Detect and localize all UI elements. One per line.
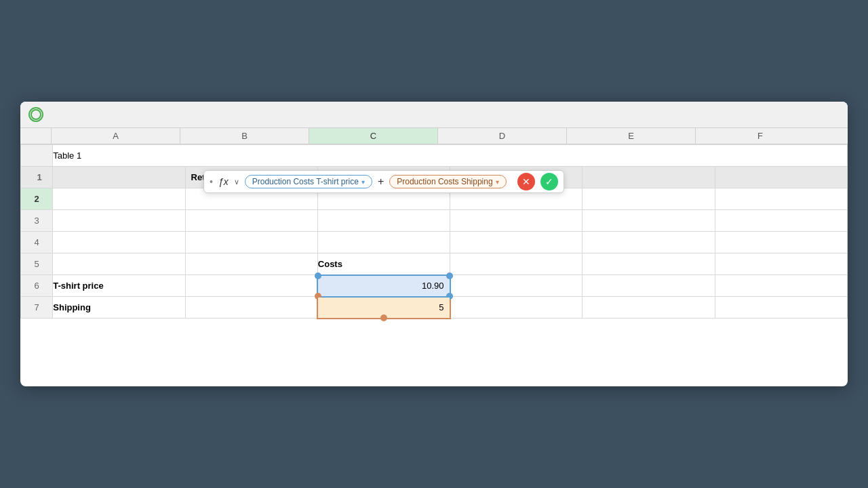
tag2-label: Production Costs Shipping xyxy=(397,177,492,186)
fx-chevron: ∨ xyxy=(234,178,239,186)
fx-symbol: ƒx xyxy=(218,176,229,187)
formula-tag-tshirt[interactable]: Production Costs T-shirt price ▾ xyxy=(245,175,372,188)
range-dot-tr[interactable] xyxy=(446,272,453,279)
cell-1e[interactable] xyxy=(583,167,715,188)
row-num-title xyxy=(21,145,53,167)
row-num-2: 2 xyxy=(21,188,53,210)
row-num-4: 4 xyxy=(21,232,53,253)
table-row-4: 4 xyxy=(21,232,848,253)
cell-6d[interactable] xyxy=(450,275,583,297)
table-row-3: 3 xyxy=(21,210,848,232)
cell-4b[interactable] xyxy=(185,232,317,253)
cell-3e[interactable] xyxy=(583,210,715,232)
table-title: Table 1 xyxy=(53,145,848,167)
tag1-label: Production Costs T-shirt price xyxy=(252,177,359,186)
fx-dot: • xyxy=(210,176,213,187)
cell-3f[interactable] xyxy=(715,210,847,232)
cancel-button[interactable]: ✕ xyxy=(517,173,535,190)
cell-4a[interactable] xyxy=(53,232,185,253)
cell-6a[interactable]: T-shirt price xyxy=(53,275,185,297)
formula-tag-shipping[interactable]: Production Costs Shipping ▾ xyxy=(389,175,506,188)
tshirt-price-value: 10.90 xyxy=(318,281,449,291)
cell-1a[interactable] xyxy=(53,167,185,188)
col-header-a[interactable]: A xyxy=(52,128,180,144)
cell-3d[interactable] xyxy=(450,210,583,232)
cell-4d[interactable] xyxy=(450,232,583,253)
col-header-f[interactable]: F xyxy=(696,128,825,144)
cell-7f[interactable] xyxy=(715,297,847,319)
cell-3b[interactable] xyxy=(185,210,317,232)
cell-4c[interactable] xyxy=(317,232,450,253)
row-num-7: 7 xyxy=(21,297,53,319)
row-num-3: 3 xyxy=(21,210,53,232)
cell-5f[interactable] xyxy=(715,253,847,275)
row-header-spacer xyxy=(20,128,52,144)
table-row-7: 7 Shipping 5 xyxy=(21,297,848,319)
cell-3a[interactable] xyxy=(53,210,185,232)
top-bar xyxy=(20,102,848,128)
row-num-1: 1 xyxy=(21,167,53,188)
shipping-value: 5 xyxy=(318,302,449,312)
sheet-body: Table 1 1 Retail Price Production Costs … xyxy=(20,144,848,386)
costs-label: Costs xyxy=(318,259,342,269)
formula-bar: • ƒx ∨ Production Costs T-shirt price ▾ … xyxy=(203,170,564,193)
cell-7a[interactable]: Shipping xyxy=(53,297,185,319)
range-dot-tl[interactable] xyxy=(315,272,321,279)
cancel-icon: ✕ xyxy=(522,176,530,187)
col-header-e[interactable]: E xyxy=(567,128,696,144)
circle-button[interactable] xyxy=(28,107,43,122)
cell-6b[interactable] xyxy=(185,275,317,297)
spreadsheet-window: A B C D E F Table 1 xyxy=(20,102,848,386)
cell-4f[interactable] xyxy=(715,232,847,253)
cell-5a[interactable] xyxy=(53,253,185,275)
cell-2f[interactable] xyxy=(715,188,847,210)
column-headers: A B C D E F xyxy=(20,128,848,144)
cell-4e[interactable] xyxy=(583,232,715,253)
cell-6f[interactable] xyxy=(715,275,847,297)
cell-7b[interactable] xyxy=(185,297,317,319)
cell-7e[interactable] xyxy=(583,297,715,319)
table-row-5: 5 Costs xyxy=(21,253,848,275)
table-row-title: Table 1 xyxy=(21,145,848,167)
confirm-button[interactable]: ✓ xyxy=(540,173,558,190)
table-row-6: 6 T-shirt price 10.90 xyxy=(21,275,848,297)
range-dot-bottom[interactable] xyxy=(380,314,387,321)
row-num-5: 5 xyxy=(21,253,53,275)
tag1-chevron: ▾ xyxy=(361,178,365,186)
row-num-6: 6 xyxy=(21,275,53,297)
tshirt-price-label: T-shirt price xyxy=(53,281,103,291)
cell-3c[interactable] xyxy=(317,210,450,232)
cell-6c[interactable]: 10.90 xyxy=(317,275,450,297)
col-header-d[interactable]: D xyxy=(438,128,567,144)
cell-6e[interactable] xyxy=(583,275,715,297)
cell-7c[interactable]: 5 xyxy=(317,297,450,319)
cell-7d[interactable] xyxy=(450,297,583,319)
cell-5e[interactable] xyxy=(583,253,715,275)
confirm-icon: ✓ xyxy=(545,176,553,187)
cell-1f[interactable] xyxy=(715,167,847,188)
cell-2e[interactable] xyxy=(583,188,715,210)
cell-5c[interactable]: Costs xyxy=(317,253,450,275)
col-header-b[interactable]: B xyxy=(180,128,309,144)
cell-5d[interactable] xyxy=(450,253,583,275)
shipping-label: Shipping xyxy=(53,302,91,312)
cell-5b[interactable] xyxy=(185,253,317,275)
cell-2a[interactable] xyxy=(53,188,185,210)
plus-sign: + xyxy=(378,176,384,188)
title-text: Table 1 xyxy=(53,150,81,161)
col-header-c[interactable]: C xyxy=(309,128,438,144)
tag2-chevron: ▾ xyxy=(496,178,499,186)
